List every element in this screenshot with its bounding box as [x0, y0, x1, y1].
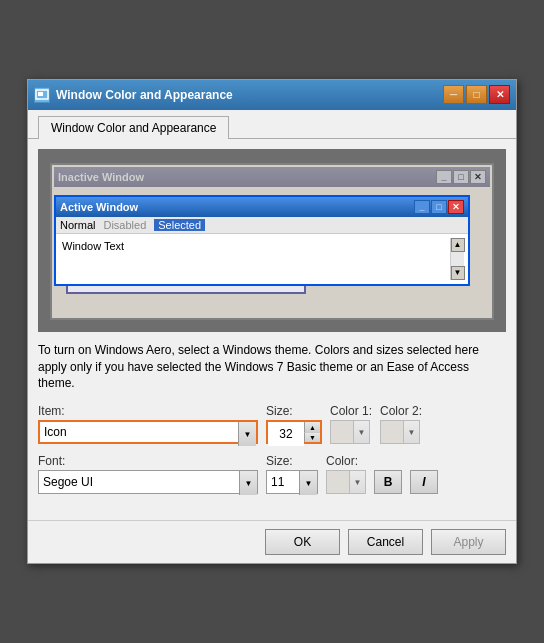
- title-bar: Window Color and Appearance ─ □ ✕: [28, 80, 516, 110]
- active-titlebar: Active Window _ □ ✕: [56, 197, 468, 217]
- menu-selected: Selected: [154, 219, 205, 231]
- scroll-up[interactable]: ▲: [451, 238, 465, 252]
- description-text: To turn on Windows Aero, select a Window…: [38, 342, 506, 392]
- size-down-button[interactable]: ▼: [304, 432, 320, 442]
- color1-selector[interactable]: ▼: [330, 420, 370, 444]
- inactive-window-label: Inactive Window: [58, 171, 144, 183]
- scroll-down[interactable]: ▼: [451, 266, 465, 280]
- active-minimize: _: [414, 200, 430, 214]
- italic-button[interactable]: I: [410, 470, 438, 494]
- inactive-minimize: _: [436, 170, 452, 184]
- font-size-select-wrapper[interactable]: 11 ▼: [266, 470, 318, 494]
- color1-form-group: Color 1: ▼: [330, 404, 372, 444]
- cancel-button[interactable]: Cancel: [348, 529, 423, 555]
- tab-window-color[interactable]: Window Color and Appearance: [38, 116, 229, 139]
- size-up-button[interactable]: ▲: [304, 422, 320, 432]
- color1-label: Color 1:: [330, 404, 372, 418]
- window-text-area: Window Text ▲ ▼: [56, 234, 468, 284]
- maximize-button[interactable]: □: [466, 85, 487, 104]
- color2-swatch: [381, 421, 403, 443]
- font-select-arrow[interactable]: ▼: [239, 471, 257, 495]
- font-select-wrapper[interactable]: Segoe UI ▼: [38, 470, 258, 494]
- color2-selector[interactable]: ▼: [380, 420, 420, 444]
- inactive-controls: _ □ ✕: [436, 170, 486, 184]
- svg-rect-1: [38, 92, 43, 96]
- dialog-icon: [34, 87, 50, 103]
- content-area: Inactive Window _ □ ✕ Active Window _ □: [28, 139, 516, 520]
- font-color-selector[interactable]: ▼: [326, 470, 366, 494]
- font-size-label: Size:: [266, 454, 318, 468]
- font-size-form-group: Size: 11 ▼: [266, 454, 318, 494]
- ok-button[interactable]: OK: [265, 529, 340, 555]
- scrollbar: ▲ ▼: [450, 238, 464, 280]
- title-bar-controls: ─ □ ✕: [443, 85, 510, 104]
- font-size-arrow[interactable]: ▼: [299, 471, 317, 495]
- menu-disabled: Disabled: [103, 219, 146, 231]
- menu-normal: Normal: [60, 219, 95, 231]
- color2-form-group: Color 2: ▼: [380, 404, 422, 444]
- size-spinner-wrapper: 32 ▲ ▼: [266, 420, 322, 444]
- italic-form-group: x I: [410, 454, 438, 494]
- dialog-window: Window Color and Appearance ─ □ ✕ Window…: [27, 79, 517, 564]
- bold-button[interactable]: B: [374, 470, 402, 494]
- item-row: Item: Icon ▼ Size: 32 ▲ ▼ Co: [38, 404, 506, 444]
- size-spinner-buttons: ▲ ▼: [304, 422, 320, 442]
- item-select-arrow[interactable]: ▼: [238, 422, 256, 446]
- item-form-group: Item: Icon ▼: [38, 404, 258, 444]
- size-label: Size:: [266, 404, 322, 418]
- font-label: Font:: [38, 454, 258, 468]
- color1-swatch: [331, 421, 353, 443]
- active-close: ✕: [448, 200, 464, 214]
- tab-area: Window Color and Appearance: [28, 110, 516, 139]
- color1-arrow[interactable]: ▼: [353, 421, 369, 443]
- inactive-maximize: □: [453, 170, 469, 184]
- font-color-swatch: [327, 471, 349, 493]
- inactive-window: Inactive Window _ □ ✕ Active Window _ □: [50, 163, 494, 320]
- dialog-title: Window Color and Appearance: [56, 88, 443, 102]
- item-select-value: Icon: [40, 422, 238, 442]
- minimize-button[interactable]: ─: [443, 85, 464, 104]
- active-controls: _ □ ✕: [414, 200, 464, 214]
- close-button[interactable]: ✕: [489, 85, 510, 104]
- active-maximize: □: [431, 200, 447, 214]
- item-label: Item:: [38, 404, 258, 418]
- font-color-label: Color:: [326, 454, 366, 468]
- apply-button[interactable]: Apply: [431, 529, 506, 555]
- item-select-wrapper[interactable]: Icon ▼: [38, 420, 258, 444]
- font-size-value: 11: [267, 471, 299, 493]
- inactive-titlebar: Inactive Window _ □ ✕: [54, 167, 490, 187]
- size-form-group: Size: 32 ▲ ▼: [266, 404, 322, 444]
- font-select-value: Segoe UI: [39, 471, 239, 493]
- active-window-preview: Active Window _ □ ✕ Normal Disabled Sele…: [54, 195, 470, 286]
- font-row: Font: Segoe UI ▼ Size: 11 ▼ Color:: [38, 454, 506, 494]
- size-spinner-input[interactable]: 32: [268, 422, 304, 446]
- active-menu: Normal Disabled Selected: [56, 217, 468, 234]
- color2-arrow[interactable]: ▼: [403, 421, 419, 443]
- font-color-form-group: Color: ▼: [326, 454, 366, 494]
- font-color-arrow[interactable]: ▼: [349, 471, 365, 493]
- preview-box: Inactive Window _ □ ✕ Active Window _ □: [38, 149, 506, 332]
- font-form-group: Font: Segoe UI ▼: [38, 454, 258, 494]
- inactive-close: ✕: [470, 170, 486, 184]
- bold-form-group: x B: [374, 454, 402, 494]
- window-text-content: Window Text: [60, 238, 450, 280]
- window-text: Window Text: [62, 240, 124, 252]
- bottom-buttons: OK Cancel Apply: [28, 520, 516, 563]
- color2-label: Color 2:: [380, 404, 422, 418]
- active-window-label: Active Window: [60, 201, 138, 213]
